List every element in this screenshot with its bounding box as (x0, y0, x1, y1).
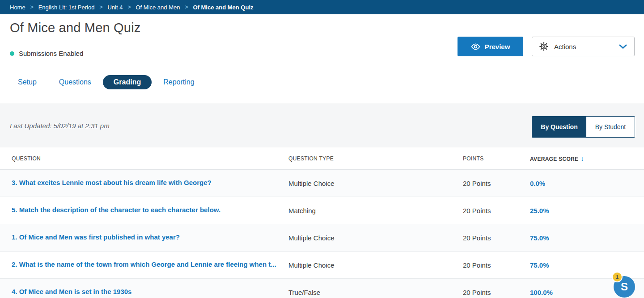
table-row: 1. Of Mice and Men was first published i… (0, 224, 644, 252)
tab-reporting[interactable]: Reporting (153, 75, 205, 89)
question-link[interactable]: 3. What excites Lennie most about his dr… (12, 179, 212, 186)
average-score-link[interactable]: 100.0% (530, 289, 553, 296)
question-link[interactable]: 4. Of Mice and Men is set in the 1930s (12, 288, 131, 295)
question-type-cell: Multiple Choice (288, 234, 463, 242)
gear-icon (539, 42, 548, 51)
eye-icon (471, 43, 480, 50)
question-type-cell: True/False (288, 289, 463, 296)
header-actions: Preview (458, 37, 635, 56)
breadcrumb-folder[interactable]: Of Mice and Men (136, 4, 180, 11)
column-header-average-score-label: AVERAGE SCORE (530, 156, 578, 162)
breadcrumb-unit[interactable]: Unit 4 (107, 4, 123, 11)
question-link[interactable]: 2. What is the name of the town from whi… (12, 260, 276, 268)
view-toggle: By Question By Student (532, 116, 635, 138)
points-cell: 20 Points (463, 234, 530, 242)
points-cell: 20 Points (463, 180, 530, 187)
average-score-link[interactable]: 0.0% (530, 180, 545, 187)
preview-button-label: Preview (485, 43, 510, 50)
last-updated-text: Last Updated: 5/02/19 at 2:31 pm (10, 122, 110, 129)
page-title: Of Mice and Men Quiz (10, 21, 141, 35)
column-header-question-type[interactable]: QUESTION TYPE (288, 155, 463, 162)
column-header-average-score[interactable]: AVERAGE SCORE↓ (530, 155, 644, 162)
breadcrumb-separator: > (99, 4, 102, 10)
breadcrumb: Home > English Lit: 1st Period > Unit 4 … (0, 0, 644, 14)
points-cell: 20 Points (463, 207, 530, 214)
page-header: Of Mice and Men Quiz Submissions Enabled… (0, 14, 644, 103)
table-body: 3. What excites Lennie most about his dr… (0, 170, 644, 298)
question-type-cell: Matching (288, 207, 463, 214)
breadcrumb-home[interactable]: Home (10, 4, 25, 11)
status-dot-icon (10, 51, 14, 56)
submissions-status: Submissions Enabled (10, 50, 83, 57)
average-score-link[interactable]: 75.0% (530, 234, 549, 242)
notification-badge: 1 (612, 272, 623, 282)
average-score-link[interactable]: 75.0% (530, 261, 549, 269)
average-score-link[interactable]: 25.0% (530, 207, 549, 214)
toggle-by-question[interactable]: By Question (532, 117, 586, 137)
grading-controls-band: Last Updated: 5/02/19 at 2:31 pm By Ques… (0, 103, 644, 147)
actions-dropdown-button[interactable]: Actions (532, 37, 635, 56)
column-header-question[interactable]: QUESTION (0, 155, 288, 162)
question-type-cell: Multiple Choice (288, 180, 463, 187)
tab-grading[interactable]: Grading (103, 75, 152, 89)
table-row: 2. What is the name of the town from whi… (0, 252, 644, 279)
tab-questions[interactable]: Questions (48, 75, 102, 89)
table-row: 4. Of Mice and Men is set in the 1930s T… (0, 279, 644, 298)
points-cell: 20 Points (463, 261, 530, 269)
question-link[interactable]: 5. Match the description of the characte… (12, 206, 220, 214)
table-row: 3. What excites Lennie most about his dr… (0, 170, 644, 197)
toggle-by-student[interactable]: By Student (586, 117, 635, 137)
breadcrumb-separator: > (185, 4, 188, 10)
table-row: 5. Match the description of the characte… (0, 197, 644, 224)
breadcrumb-course[interactable]: English Lit: 1st Period (38, 4, 95, 11)
question-type-cell: Multiple Choice (288, 261, 463, 269)
assessment-tabs: Setup Questions Grading Reporting (7, 75, 205, 89)
tab-setup[interactable]: Setup (7, 75, 47, 89)
breadcrumb-current-page: Of Mice and Men Quiz (193, 4, 253, 11)
points-cell: 20 Points (463, 289, 530, 296)
preview-button[interactable]: Preview (458, 37, 523, 56)
status-label: Submissions Enabled (19, 50, 83, 57)
actions-button-label: Actions (554, 43, 576, 50)
column-header-points[interactable]: POINTS (463, 155, 530, 162)
question-link[interactable]: 1. Of Mice and Men was first published i… (12, 233, 180, 241)
breadcrumb-separator: > (127, 4, 131, 10)
table-header-row: QUESTION QUESTION TYPE POINTS AVERAGE SC… (0, 147, 644, 170)
breadcrumb-separator: > (30, 4, 34, 10)
questions-table: QUESTION QUESTION TYPE POINTS AVERAGE SC… (0, 147, 644, 298)
sort-descending-icon: ↓ (580, 155, 584, 162)
chevron-down-icon (619, 44, 627, 49)
